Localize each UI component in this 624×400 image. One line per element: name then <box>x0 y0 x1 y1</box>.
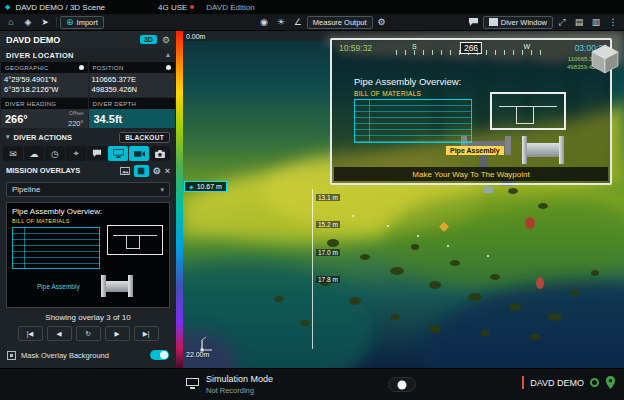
timer-icon: ◷ <box>51 149 59 159</box>
position-label: POSITION <box>93 65 124 71</box>
loop-overlay-button[interactable]: ↻ <box>76 326 101 341</box>
next-overlay-button[interactable]: ▶ <box>105 326 130 341</box>
timer-button[interactable]: ◷ <box>45 146 65 161</box>
preview-title: Pipe Assembly Overview: <box>12 207 102 216</box>
legend-top-label: 0.00m <box>186 33 205 40</box>
video-feed-button[interactable] <box>129 146 149 161</box>
layout-grid-button[interactable]: ▥ <box>588 16 604 29</box>
overlay-settings-button[interactable]: ⚙ <box>153 166 161 176</box>
depth-marker-value: 10.67 m <box>197 183 222 190</box>
depth-band: DIVER DEPTH <box>89 98 176 109</box>
chevron-down-icon: ▾ <box>6 133 10 141</box>
layers-icon: ◈ <box>25 17 32 27</box>
chat-button[interactable] <box>466 16 482 29</box>
grid-overlay-button[interactable]: ▦ <box>134 165 149 177</box>
select-tool-button[interactable]: ➤ <box>37 16 53 29</box>
axes-gizmo-icon[interactable] <box>198 336 214 352</box>
visibility-button[interactable]: ◉ <box>256 16 272 29</box>
mode-3d-badge[interactable]: 3D <box>140 35 157 44</box>
overlay-close-button[interactable]: × <box>165 166 170 176</box>
plus-icon: ⊕ <box>66 16 74 29</box>
geographic-values: 4°29'59.4901"N 6°35'18.2126"W <box>1 73 88 97</box>
diver-window-button[interactable]: Diver Window <box>483 16 553 29</box>
expand-icon: ⤢ <box>558 17 565 28</box>
geographic-cell: GEOGRAPHIC 4°29'59.4901"N 6°35'18.2126"W <box>1 62 88 97</box>
overlay-select[interactable]: Pipeline ▾ <box>6 182 170 197</box>
message-button[interactable]: ✉ <box>3 146 23 161</box>
measure-label: 17.0 m <box>316 249 340 256</box>
preview-pipe-graphic <box>101 275 133 297</box>
overlay-playback-controls: |◀ ◀ ↻ ▶ ▶| <box>0 326 176 341</box>
diver-actions-header[interactable]: ▾ DIVER ACTIONS BLACKOUT <box>0 129 176 145</box>
chat-icon <box>468 17 479 27</box>
geographic-band: GEOGRAPHIC <box>1 62 88 73</box>
simulation-mode-label: Simulation Mode <box>206 374 273 384</box>
more-icon: ⋮ <box>609 17 618 27</box>
hud-pipe-graphic <box>522 136 564 164</box>
left-panel: DAVD DEMO 3D ⚙ DIVER LOCATION ▴ GEOGRAPH… <box>0 31 176 368</box>
screen-share-button[interactable] <box>108 146 128 161</box>
chat-message-button[interactable] <box>87 146 107 161</box>
video-icon <box>134 150 145 158</box>
longitude-value: 6°35'18.2126"W <box>4 85 85 95</box>
mask-overlay-toggle[interactable] <box>150 350 169 360</box>
measure-output-button[interactable]: Measure Output <box>307 16 373 29</box>
view-cube[interactable] <box>591 44 619 74</box>
import-button[interactable]: ⊕ Import <box>60 16 104 29</box>
app-window: ◆ DAVD DEMO / 3D Scene 4G USE DAVD Editi… <box>0 0 624 400</box>
panel-grid-icon: ▥ <box>592 17 601 27</box>
hud-diagram <box>490 92 566 130</box>
weather-button[interactable]: ☁ <box>24 146 44 161</box>
grid-icon: ▦ <box>137 166 145 175</box>
measure-label: 13.1 m <box>316 194 340 201</box>
last-overlay-button[interactable]: ▶| <box>134 326 159 341</box>
measure-tool-button[interactable]: ∠ <box>290 16 306 29</box>
settings-button[interactable]: ⚙ <box>374 16 390 29</box>
mission-overlay-tools: ▦ ⚙ × <box>120 165 170 177</box>
network-label: 4G USE <box>158 3 187 12</box>
record-button[interactable] <box>388 377 416 392</box>
simulation-monitor-icon <box>186 378 199 390</box>
target-button[interactable]: ⌖ <box>66 146 86 161</box>
legend-bottom-label: 22.00m <box>186 351 209 358</box>
geographic-toggle-dot[interactable] <box>79 65 84 70</box>
scene-viewport[interactable]: 0.00m 22.00m ◈ 10.67 m 13.1 m 15.2 m 17.… <box>176 31 624 368</box>
camera-icon <box>155 150 165 158</box>
preview-diagram <box>107 225 163 255</box>
overlay-status: Showing overlay 3 of 10 <box>0 313 176 322</box>
recording-status-label: Not Recording <box>206 386 254 395</box>
hud-time: 10:59:32 <box>339 43 372 53</box>
first-overlay-button[interactable]: |◀ <box>18 326 43 341</box>
more-button[interactable]: ⋮ <box>605 16 621 29</box>
panel-gear-icon[interactable]: ⚙ <box>162 35 170 45</box>
northing-value: 498359.426N <box>92 85 173 95</box>
mission-overlays-header[interactable]: MISSION OVERLAYS ▦ ⚙ × <box>0 163 176 178</box>
hud-overlay-caption: Pipe Assembly <box>446 146 504 155</box>
image-overlay-button[interactable] <box>120 167 130 175</box>
network-status-dot <box>190 5 194 9</box>
lighting-button[interactable]: ☀ <box>273 16 289 29</box>
fullscreen-button[interactable]: ⤢ <box>554 16 570 29</box>
layers-button[interactable]: ◈ <box>20 16 36 29</box>
depth-marker: ◈ 10.67 m <box>184 181 227 192</box>
previous-overlay-button[interactable]: ◀ <box>47 326 72 341</box>
heading-depth-grid: DIVER HEADING 266° Offset 220° DIVER DEP… <box>0 98 176 128</box>
blackout-button[interactable]: BLACKOUT <box>119 132 170 143</box>
connection-status-icon[interactable] <box>590 378 599 387</box>
overlay-preview[interactable]: Pipe Assembly Overview: BILL OF MATERIAL… <box>6 202 170 308</box>
geographic-label: GEOGRAPHIC <box>5 65 49 71</box>
diver-actions-label: DIVER ACTIONS <box>14 133 72 142</box>
camera-button[interactable] <box>150 146 170 161</box>
measure-label: 15.2 m <box>316 221 340 228</box>
position-toggle-dot[interactable] <box>166 65 171 70</box>
home-button[interactable]: ⌂ <box>3 16 19 29</box>
offset-label: Offset <box>68 110 84 117</box>
eye-icon: ◉ <box>260 17 268 27</box>
location-pin-icon[interactable] <box>605 376 616 389</box>
title-bar: ◆ DAVD DEMO / 3D Scene 4G USE DAVD Editi… <box>0 0 624 14</box>
mission-overlays-label: MISSION OVERLAYS <box>6 166 80 175</box>
mask-overlay-label: Mask Overlay Background <box>21 351 109 360</box>
diver-location-header[interactable]: DIVER LOCATION ▴ <box>0 48 176 62</box>
layout-left-button[interactable]: ▤ <box>571 16 587 29</box>
position-band: POSITION <box>89 62 176 73</box>
